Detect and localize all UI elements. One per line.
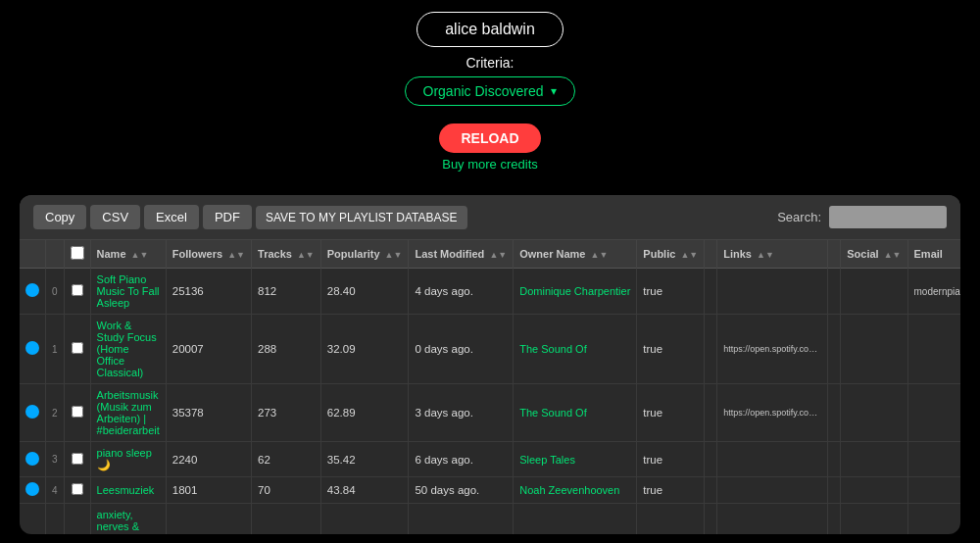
col-last-modified[interactable]: Last Modified ▲▼ [409,240,514,269]
top-section: alice baldwin Criteria: Organic Discover… [0,0,980,187]
playlist-name-link[interactable]: anxiety, nerves & panic attack relief 🌿 … [97,509,160,534]
copy-button[interactable]: Copy [33,205,86,229]
playlist-name-link[interactable]: piano sleep 🌙 [97,447,160,471]
row-index: 4 [46,477,65,504]
row-social [841,269,907,315]
row-checkbox-cell[interactable] [64,477,90,504]
csv-button[interactable]: CSV [90,205,140,229]
playlist-name-link[interactable]: Soft Piano Music To Fall Asleep [97,273,160,309]
col-email[interactable]: Email [907,240,960,269]
row-owner-name: Noah Zeevenhooven [514,477,637,504]
col-owner-name[interactable]: Owner Name ▲▼ [514,240,637,269]
row-checkbox[interactable] [72,453,83,465]
playlist-link[interactable]: https://open.spotify.com/playlist/1 si=C… [723,344,821,354]
row-radio[interactable] [20,504,46,535]
playlist-name-link[interactable]: Work & Study Focus (Home Office Classica… [97,320,160,378]
row-followers: 20007 [166,315,251,384]
row-name: piano sleep 🌙 [90,442,166,477]
col-links[interactable]: Links ▲▼ [717,240,828,269]
row-radio[interactable] [20,442,46,477]
radio-icon[interactable] [25,283,39,297]
row-email [907,504,960,535]
row-index: 0 [46,269,65,315]
col-popularity[interactable]: Popularity ▲▼ [320,240,409,269]
owner-name-link[interactable]: Dominique Charpentier [519,285,630,297]
search-input[interactable] [829,206,947,228]
row-public: true [637,269,705,315]
col-followers[interactable]: Followers ▲▼ [166,240,251,269]
bottom-section: Copy CSV Excel PDF SAVE TO MY PLAYLIST D… [20,195,960,534]
row-checkbox[interactable] [72,406,83,418]
row-name: anxiety, nerves & panic attack relief 🌿 … [90,504,166,535]
col-name[interactable]: Name ▲▼ [90,240,166,269]
row-radio[interactable] [20,315,46,384]
playlist-name-link[interactable]: Leesmuziek [97,484,160,496]
row-email [907,384,960,442]
row-last-modified: 399 days ago. [409,504,514,535]
row-radio[interactable] [20,269,46,315]
owner-name-link[interactable]: The Sound Of [519,407,587,419]
col-checkbox[interactable] [64,240,90,269]
excel-button[interactable]: Excel [144,205,199,229]
row-social [841,315,907,384]
row-public: true [637,442,705,477]
row-spacer [705,384,717,442]
row-checkbox-cell[interactable] [64,269,90,315]
pdf-button[interactable]: PDF [203,205,252,229]
row-last-modified: 50 days ago. [409,477,514,504]
row-index: 5 [46,504,65,535]
row-tracks: 273 [252,384,321,442]
owner-name-link[interactable]: Sleep Tales [519,454,575,466]
row-owner-name: The Sound Of [514,315,637,384]
row-owner-name: Dominique Charpentier [514,269,637,315]
row-spacer [705,477,717,504]
row-tracks: 236 [252,504,321,535]
radio-icon[interactable] [25,341,39,355]
col-public[interactable]: Public ▲▼ [637,240,705,269]
row-checkbox[interactable] [72,483,83,495]
col-tracks[interactable]: Tracks ▲▼ [252,240,321,269]
row-spacer [705,315,717,384]
criteria-label: Criteria: [466,55,514,71]
save-to-playlist-button[interactable]: SAVE TO MY PLAYLIST DATABASE [256,206,467,229]
criteria-dropdown[interactable]: Organic Discovered ▾ [405,76,576,106]
playlist-name-link[interactable]: Arbeitsmusik (Musik zum Arbeiten) | #bei… [97,389,160,436]
row-checkbox[interactable] [72,284,83,296]
radio-icon[interactable] [25,405,39,419]
row-name: Soft Piano Music To Fall Asleep [90,269,166,315]
row-owner-name: The Sound Of [514,384,637,442]
row-checkbox[interactable] [72,342,83,354]
row-popularity: 43.84 [320,477,409,504]
row-checkbox-cell[interactable] [64,384,90,442]
row-public: true [637,315,705,384]
reload-button[interactable]: RELOAD [439,123,540,153]
row-email [907,315,960,384]
row-name: Arbeitsmusik (Musik zum Arbeiten) | #bei… [90,384,166,442]
owner-name-link[interactable]: Noah Zeevenhooven [519,484,619,496]
row-popularity: 39.15 [320,504,409,535]
row-checkbox-cell[interactable] [64,504,90,535]
radio-icon[interactable] [25,482,39,496]
row-followers: 25136 [166,269,251,315]
col-social[interactable]: Social ▲▼ [841,240,907,269]
criteria-value: Organic Discovered [423,83,544,99]
select-all-checkbox[interactable] [71,246,84,260]
row-spacer2 [828,442,841,477]
row-index: 1 [46,315,65,384]
table-row: 1 Work & Study Focus (Home Office Classi… [20,315,960,384]
row-links: https://open.spotify.com/playlist/1 si=C… [717,315,828,384]
row-radio[interactable] [20,477,46,504]
row-spacer2 [828,315,841,384]
row-owner-name: Sleep Tales [514,442,637,477]
row-checkbox-cell[interactable] [64,442,90,477]
owner-name-link[interactable]: The Sound Of [519,343,587,355]
row-links [717,504,828,535]
row-radio[interactable] [20,384,46,442]
radio-icon[interactable] [25,452,39,466]
row-checkbox-cell[interactable] [64,315,90,384]
buy-credits-link[interactable]: Buy more credits [442,157,538,172]
playlist-link[interactable]: https://open.spotify.com/playlist/0 si=7… [723,408,821,418]
row-public: true [637,384,705,442]
table-header-row: Name ▲▼ Followers ▲▼ Tracks ▲▼ Popularit… [20,240,960,269]
table-row: 2 Arbeitsmusik (Musik zum Arbeiten) | #b… [20,384,960,442]
